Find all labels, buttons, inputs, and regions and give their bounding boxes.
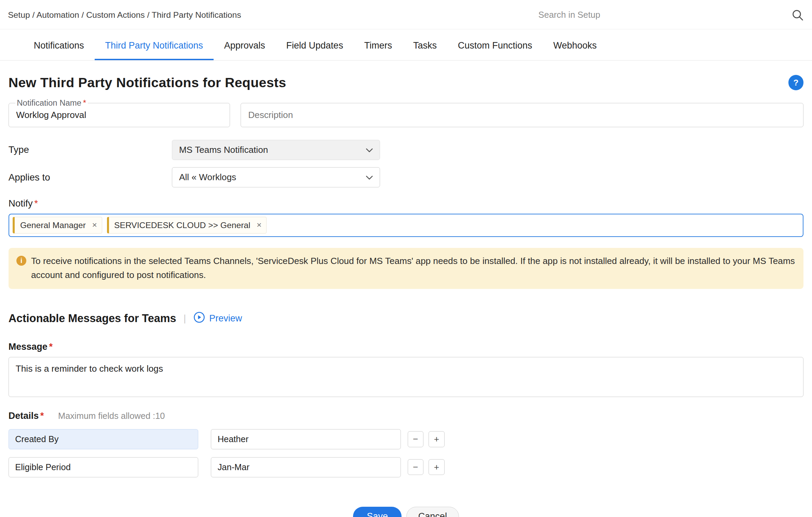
page-title: New Third Party Notifications for Reques…	[9, 75, 286, 90]
minus-icon: −	[413, 462, 418, 473]
chevron-down-icon	[366, 145, 373, 155]
notification-name-label-text: Notification Name	[17, 98, 81, 107]
details-header: Details* Maximum fields allowed :10	[9, 411, 804, 421]
detail-field-name-input[interactable]	[9, 457, 198, 477]
applies-to-row: Applies to All « Worklogs	[9, 167, 804, 187]
required-marker: *	[40, 411, 44, 421]
tab-approvals[interactable]: Approvals	[214, 29, 276, 61]
notification-name-field: Notification Name*	[9, 103, 230, 127]
applies-to-label: Applies to	[9, 172, 172, 183]
form-actions: Save Cancel	[9, 507, 804, 517]
top-bar: Setup / Automation / Custom Actions / Th…	[0, 0, 812, 29]
remove-field-button[interactable]: −	[408, 459, 423, 475]
details-max-fields-hint: Maximum fields allowed :10	[58, 411, 165, 421]
section-title: Actionable Messages for Teams	[9, 312, 176, 325]
type-row: Type MS Teams Notification	[9, 140, 804, 160]
search-input[interactable]	[537, 10, 774, 21]
detail-field-value-input[interactable]	[211, 429, 401, 449]
add-field-button[interactable]: +	[429, 431, 444, 447]
notify-input[interactable]: General Manager × SERVICEDESK CLOUD >> G…	[9, 214, 804, 237]
required-marker: *	[83, 98, 86, 107]
info-icon: i	[16, 256, 26, 266]
actionable-messages-section: Actionable Messages for Teams | Preview	[9, 311, 804, 325]
play-icon	[193, 311, 205, 325]
tab-webhooks[interactable]: Webhooks	[543, 29, 607, 61]
type-select[interactable]: MS Teams Notification	[172, 140, 380, 160]
detail-row: − +	[9, 457, 804, 477]
type-select-value: MS Teams Notification	[179, 145, 268, 155]
message-label: Message*	[9, 342, 804, 352]
notify-chip-label: SERVICEDESK CLOUD >> General	[114, 221, 251, 230]
plus-icon: +	[434, 462, 439, 473]
detail-field-name-input[interactable]	[9, 429, 198, 449]
save-button[interactable]: Save	[353, 507, 402, 517]
add-field-button[interactable]: +	[429, 459, 444, 475]
tab-third-party-notifications[interactable]: Third Party Notifications	[95, 29, 214, 61]
question-icon: ?	[793, 78, 798, 88]
minus-icon: −	[413, 434, 418, 445]
required-marker: *	[49, 342, 53, 352]
cancel-button[interactable]: Cancel	[406, 507, 459, 517]
preview-label: Preview	[209, 313, 242, 324]
title-row: New Third Party Notifications for Reques…	[9, 75, 804, 90]
search-box	[537, 9, 803, 21]
message-label-text: Message	[9, 342, 48, 352]
preview-button[interactable]: Preview	[193, 311, 242, 325]
applies-to-select[interactable]: All « Worklogs	[172, 167, 380, 187]
notify-chip[interactable]: General Manager ×	[13, 217, 102, 234]
teams-install-banner-text: To receive notifications in the selected…	[31, 254, 796, 282]
search-icon[interactable]	[791, 9, 803, 21]
notify-chip[interactable]: SERVICEDESK CLOUD >> General ×	[107, 217, 267, 234]
detail-field-value-input[interactable]	[211, 457, 401, 477]
plus-icon: +	[434, 434, 439, 445]
description-input[interactable]	[241, 103, 804, 127]
section-divider: |	[184, 313, 186, 324]
details-label: Details*	[9, 411, 44, 421]
notification-name-label: Notification Name*	[15, 98, 88, 108]
applies-to-select-value: All « Worklogs	[179, 172, 236, 183]
breadcrumb[interactable]: Setup / Automation / Custom Actions / Th…	[8, 10, 241, 20]
message-textarea[interactable]: This is a reminder to check work logs	[9, 357, 804, 397]
help-button[interactable]: ?	[788, 75, 804, 90]
tab-notifications[interactable]: Notifications	[23, 29, 95, 61]
tab-tasks[interactable]: Tasks	[403, 29, 447, 61]
notify-label: Notify*	[9, 198, 804, 209]
detail-row: − +	[9, 429, 804, 449]
notify-chip-label: General Manager	[20, 221, 86, 230]
close-icon[interactable]: ×	[92, 221, 97, 229]
required-marker: *	[34, 198, 38, 209]
tab-custom-functions[interactable]: Custom Functions	[447, 29, 543, 61]
main-content: New Third Party Notifications for Reques…	[0, 75, 812, 517]
close-icon[interactable]: ×	[257, 221, 261, 229]
details-label-text: Details	[9, 411, 39, 421]
remove-field-button[interactable]: −	[408, 431, 423, 447]
tab-field-updates[interactable]: Field Updates	[276, 29, 354, 61]
chevron-down-icon	[366, 172, 373, 183]
type-label: Type	[9, 144, 172, 155]
name-description-row: Notification Name*	[9, 103, 804, 127]
notify-label-text: Notify	[9, 198, 33, 209]
tab-timers[interactable]: Timers	[354, 29, 403, 61]
tab-bar: Notifications Third Party Notifications …	[0, 29, 812, 61]
teams-install-banner: i To receive notifications in the select…	[9, 248, 804, 289]
